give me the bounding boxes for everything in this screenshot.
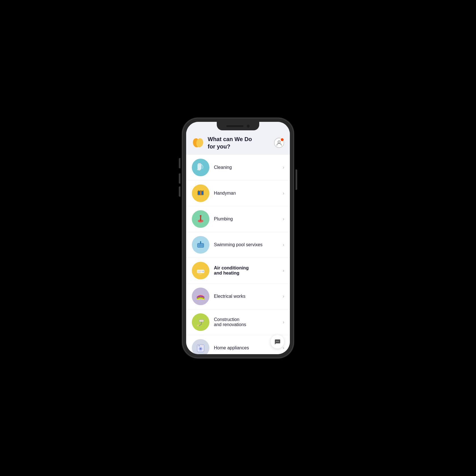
service-label-plumbing: Plumbing <box>214 216 283 222</box>
svg-point-2 <box>278 141 280 143</box>
service-label-construction: Constructionand renovations <box>214 317 283 327</box>
service-label-handyman: Handyman <box>214 191 283 196</box>
svg-rect-26 <box>200 320 203 321</box>
user-icon <box>276 140 282 146</box>
svg-point-39 <box>278 341 279 342</box>
svg-rect-22 <box>197 272 201 273</box>
svg-point-31 <box>200 348 201 349</box>
chevron-electrical: › <box>283 294 284 299</box>
service-label-cleaning: Cleaning <box>214 165 283 170</box>
chevron-appliances: › <box>283 345 284 350</box>
svg-point-23 <box>202 271 204 272</box>
service-icon-electrical <box>192 288 209 305</box>
svg-point-37 <box>276 341 277 342</box>
header-title-block: What can We Do for you? <box>208 135 252 150</box>
svg-rect-11 <box>200 216 201 221</box>
service-icon-appliances <box>192 339 209 354</box>
service-icon-construction <box>192 313 209 331</box>
chevron-plumbing: › <box>283 216 284 222</box>
service-item-electrical[interactable]: Electrical works › <box>186 284 290 309</box>
svg-rect-7 <box>198 191 200 195</box>
service-item-plumbing[interactable]: Plumbing › <box>186 206 290 232</box>
chevron-cleaning: › <box>283 165 284 170</box>
speaker <box>226 125 243 127</box>
service-item-construction[interactable]: Constructionand renovations › <box>186 309 290 335</box>
service-item-aircon[interactable]: Air conditioningand heating › <box>186 258 290 284</box>
service-item-swimming[interactable]: Swimming pool servixes › <box>186 232 290 258</box>
service-item-cleaning[interactable]: Cleaning › <box>186 155 290 180</box>
service-list: Cleaning › Handyman › <box>186 155 290 354</box>
phone-frame: What can We Do for you? <box>183 118 293 358</box>
avatar-button[interactable] <box>274 138 284 148</box>
service-icon-aircon <box>192 262 209 279</box>
service-label-electrical: Electrical works <box>214 294 283 299</box>
svg-point-33 <box>202 345 203 346</box>
service-icon-plumbing <box>192 210 209 228</box>
svg-rect-9 <box>202 191 203 195</box>
camera <box>247 125 250 128</box>
chevron-aircon: › <box>283 268 284 273</box>
svg-rect-13 <box>197 243 204 247</box>
svg-point-38 <box>277 341 278 342</box>
svg-point-12 <box>200 215 201 217</box>
notch <box>217 122 259 130</box>
app-logo <box>192 137 204 149</box>
svg-rect-19 <box>200 241 201 244</box>
service-label-aircon: Air conditioningand heating <box>214 265 283 276</box>
service-item-handyman[interactable]: Handyman › <box>186 180 290 206</box>
chat-fab-button[interactable] <box>271 335 284 348</box>
chevron-swimming: › <box>283 242 284 247</box>
svg-rect-21 <box>197 271 202 271</box>
header-title: What can We Do for you? <box>208 135 252 150</box>
service-icon-cleaning <box>192 159 209 176</box>
service-label-swimming: Swimming pool servixes <box>214 242 283 247</box>
header-left: What can We Do for you? <box>192 135 252 150</box>
chevron-handyman: › <box>283 191 284 196</box>
phone-screen: What can We Do for you? <box>186 122 290 354</box>
svg-rect-4 <box>198 163 201 165</box>
service-icon-handyman <box>192 184 209 202</box>
chat-icon <box>274 338 281 345</box>
svg-rect-8 <box>200 191 201 195</box>
chevron-construction: › <box>283 320 284 325</box>
service-icon-swimming <box>192 236 209 254</box>
svg-rect-32 <box>198 345 200 346</box>
